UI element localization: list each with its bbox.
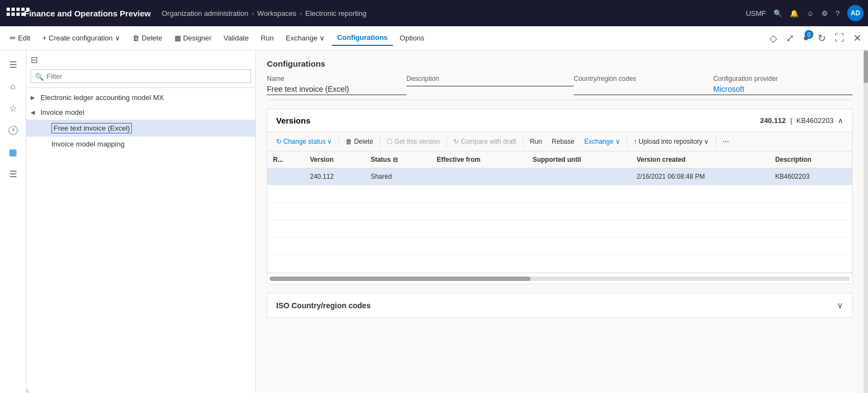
scroll-track[interactable] [270,277,850,281]
configurations-button[interactable]: Configurations [331,30,393,46]
toolbar-expand-icon[interactable]: ⤢ [784,30,796,46]
toolbar-refresh-icon[interactable]: ↻ [815,30,828,46]
breadcrumb-workspaces[interactable]: Workspaces [257,9,296,17]
more-icon: ⋯ [723,138,729,145]
avatar[interactable]: AD [847,5,864,21]
validate-button[interactable]: Validate [218,31,254,45]
get-this-version-button[interactable]: ☐ Get this version [382,136,444,148]
smiley-icon[interactable]: ☺ [806,9,813,17]
config-desc-col: Description [406,75,574,99]
breadcrumb-electronic-reporting[interactable]: Electronic reporting [305,9,366,17]
upload-into-repo-button[interactable]: ↑ Upload into repository ∨ [630,136,714,148]
toolbar-diamond-icon[interactable]: ◇ [767,30,779,46]
table-row-empty-5 [267,255,852,273]
ver-exchange-button[interactable]: Exchange ∨ [580,136,624,148]
cell-supported-until [527,168,631,185]
table-row[interactable]: 240.112 Shared 2/16/2021 06:08:48 PM KB4… [267,168,852,185]
tree-filter-section: ⊟ 🔍 [26,50,255,88]
ver-sep-6 [715,136,716,147]
sidebar-home-icon[interactable]: ⌂ [3,77,23,96]
config-desc-value[interactable] [406,85,574,86]
tree-list: ▶ Electronic ledger accounting model MX … [26,88,255,389]
edit-button[interactable]: ✏ Edit [4,31,36,45]
versions-title: Versions [276,116,311,125]
breadcrumb: Organization administration › Workspaces… [162,9,366,17]
compare-with-draft-button[interactable]: ↻ Compare with draft [449,136,520,148]
toolbar-close-icon[interactable]: ✕ [851,30,864,46]
right-scrollbar[interactable] [864,50,868,393]
app-grid-button[interactable] [4,5,20,21]
environment-label: USMF [746,9,766,17]
breadcrumb-sep1: › [252,9,254,17]
ver-delete-button[interactable]: 🗑 Delete [341,136,377,148]
delete-button[interactable]: 🗑 Delete [127,31,168,45]
col-r: R... [267,151,305,168]
tree-item-invoice-model-mapping[interactable]: Invoice model mapping [26,137,255,151]
filter-input[interactable] [31,69,251,83]
iso-title: ISO Country/region codes [276,301,371,310]
badge-wrap: ● 0 [801,32,811,44]
tree-panel: ⊟ 🔍 ▶ Electronic ledger accounting model… [26,50,256,393]
breadcrumb-org-admin[interactable]: Organization administration [162,9,248,17]
create-config-button[interactable]: + Create configuration ∨ [37,31,126,45]
ver-exchange-chevron: ∨ [615,138,620,145]
tree-item-electronic-ledger[interactable]: ▶ Electronic ledger accounting model MX [26,90,255,105]
iso-section[interactable]: ISO Country/region codes ∨ [267,293,853,318]
tree-item-free-text-invoice[interactable]: Free text invoice (Excel) [26,120,255,137]
bell-icon[interactable]: 🔔 [790,9,799,17]
tree-label-mapping: Invoice model mapping [51,140,125,148]
search-icon[interactable]: 🔍 [773,9,782,17]
toolbar-maximize-icon[interactable]: ⛶ [832,30,847,46]
get-version-checkbox-icon: ☐ [387,138,393,145]
right-scroll-thumb[interactable] [864,50,868,83]
tree-label-free-text: Free text invoice (Excel) [51,123,132,133]
horizontal-scroll-area[interactable] [267,273,852,284]
sidebar-table-icon[interactable]: ▦ [3,142,23,162]
main-layout: ☰ ⌂ ☆ 🕐 ▦ ☰ ⊟ 🔍 ▶ Electronic ledger acco… [0,50,868,393]
ver-run-button[interactable]: Run [526,136,546,148]
iso-chevron-down[interactable]: ∨ [837,300,843,310]
help-icon[interactable]: ? [836,9,840,17]
ver-rebase-button[interactable]: Rebase [547,136,579,148]
sidebar-list-icon[interactable]: ☰ [3,164,23,184]
config-provider-value[interactable]: Microsoft [713,85,853,95]
config-desc-label: Description [406,75,574,83]
breadcrumb-sep2: › [300,9,302,17]
sidebar-menu-icon[interactable]: ☰ [3,55,23,74]
top-nav-bar: Finance and Operations Preview Organizat… [0,0,868,26]
change-status-chevron: ∨ [327,138,332,145]
sidebar-star-icon[interactable]: ☆ [3,98,23,118]
run-button[interactable]: Run [255,31,279,45]
table-row-empty-3 [267,220,852,238]
ver-sep-5 [627,136,627,147]
tree-item-invoice-model[interactable]: ◀ Invoice model [26,105,255,120]
compare-refresh-icon: ↻ [453,138,459,145]
ver-sep-2 [380,136,380,147]
ver-sep-4 [523,136,523,147]
col-supported-until: Supported until [527,151,631,168]
delete-icon: 🗑 [132,34,139,42]
table-row-empty-4 [267,238,852,255]
change-status-button[interactable]: ↻ Change status ∨ [272,136,336,148]
options-button[interactable]: Options [394,31,430,45]
config-name-label: Name [267,75,406,83]
resize-handle[interactable]: ⋮ [26,389,28,393]
versions-collapse-icon[interactable]: ∧ [838,116,843,125]
top-bar-left: Finance and Operations Preview Organizat… [4,5,366,21]
tree-filter-icon[interactable]: ⊟ [31,55,38,65]
gear-icon[interactable]: ⚙ [822,9,828,17]
sidebar-icons: ☰ ⌂ ☆ 🕐 ▦ ☰ [0,50,26,393]
designer-button[interactable]: ▦ Designer [169,31,217,45]
scroll-thumb[interactable] [270,277,531,281]
config-country-value[interactable] [574,85,713,95]
app-title: Finance and Operations Preview [24,9,151,18]
top-bar-right: USMF 🔍 🔔 ☺ ⚙ ? AD [746,5,864,21]
resize-dots: ⋮ [26,389,31,393]
ver-more-button[interactable]: ⋯ [718,136,733,148]
exchange-button[interactable]: Exchange ∨ [281,31,331,45]
status-filter-icon[interactable]: ⊟ [393,156,398,163]
tree-arrow-invoice-model: ◀ [31,109,38,115]
versions-table-header-row: R... Version Status ⊟ Effective from Sup… [267,151,852,168]
sidebar-clock-icon[interactable]: 🕐 [3,120,23,140]
col-version-created: Version created [631,151,770,168]
